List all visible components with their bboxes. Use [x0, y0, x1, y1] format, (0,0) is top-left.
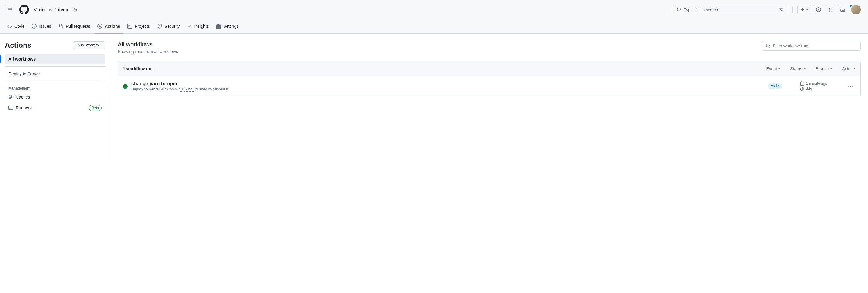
tab-settings[interactable]: Settings — [214, 19, 241, 34]
hamburger-menu[interactable] — [5, 5, 14, 14]
repo-link[interactable]: demo — [58, 7, 69, 12]
sidebar-item-label: Caches — [16, 95, 30, 100]
caret-down-icon — [806, 9, 809, 10]
run-count: 1 workflow run — [123, 66, 153, 71]
tab-pull-requests[interactable]: Pull requests — [56, 19, 93, 34]
tab-label: Issues — [39, 24, 51, 29]
tab-code[interactable]: Code — [5, 19, 27, 34]
divider — [5, 66, 105, 67]
filter-event[interactable]: Event — [766, 66, 780, 71]
run-time: 1 minute ago — [806, 81, 827, 85]
tab-projects[interactable]: Projects — [125, 19, 152, 34]
filter-branch[interactable]: Branch — [815, 66, 832, 71]
graph-icon — [187, 24, 192, 29]
project-icon — [127, 24, 132, 29]
play-icon — [97, 24, 102, 29]
commit-prefix: Commit — [166, 87, 181, 91]
beta-badge: Beta — [89, 105, 102, 111]
code-icon — [7, 24, 12, 29]
tab-label: Projects — [134, 24, 150, 29]
search-key-hint: / — [695, 7, 699, 12]
shield-icon — [157, 24, 162, 29]
tab-label: Security — [164, 24, 180, 29]
stopwatch-icon — [800, 87, 804, 91]
breadcrumb-separator: / — [54, 7, 56, 12]
workflow-name: Deploy to Server — [131, 87, 160, 91]
filter-actor[interactable]: Actor — [842, 66, 856, 71]
search-prefix-text: Type — [684, 7, 693, 12]
run-duration: 44s — [806, 87, 812, 91]
divider — [5, 81, 105, 81]
filter-input-field[interactable] — [773, 43, 857, 48]
server-icon — [8, 106, 13, 110]
caret-down-icon — [778, 68, 780, 69]
workflow-run-row[interactable]: change yarn to npm Deploy to Server #1: … — [118, 76, 861, 96]
lock-icon — [73, 7, 77, 12]
caret-down-icon — [830, 68, 832, 69]
github-logo[interactable] — [19, 5, 29, 14]
run-title[interactable]: change yarn to npm — [131, 81, 750, 86]
owner-link[interactable]: Vincenius — [34, 7, 52, 12]
command-palette-icon — [779, 7, 783, 12]
search-icon — [766, 43, 771, 48]
avatar-image — [851, 5, 861, 14]
tab-label: Insights — [194, 24, 209, 29]
plus-icon — [800, 7, 805, 12]
notifications-button[interactable] — [838, 5, 847, 14]
page-title: All workflows — [118, 41, 178, 48]
new-workflow-button[interactable]: New workflow — [73, 41, 105, 49]
sidebar-title: Actions — [5, 41, 31, 49]
calendar-icon — [800, 81, 804, 85]
tab-security[interactable]: Security — [155, 19, 182, 34]
search-input[interactable]: Type / to search — [673, 5, 787, 14]
search-suffix-text: to search — [702, 7, 718, 12]
sidebar-section-management: Management — [5, 84, 105, 91]
tab-issues[interactable]: Issues — [29, 19, 54, 34]
gear-icon — [216, 24, 221, 29]
sidebar-item-workflow[interactable]: Deploy to Server — [5, 69, 105, 79]
run-subtitle: Deploy to Server #1: Commit 0850cc5 push… — [131, 87, 750, 91]
breadcrumb: Vincenius / demo — [34, 7, 77, 12]
pull-request-icon — [59, 24, 63, 29]
user-avatar[interactable] — [851, 5, 861, 14]
pull-requests-button[interactable] — [826, 5, 835, 14]
sidebar-item-label: All workflows — [8, 57, 36, 62]
cache-icon — [8, 95, 13, 100]
filter-status[interactable]: Status — [790, 66, 806, 71]
filter-workflow-runs-input[interactable] — [762, 41, 861, 51]
tab-label: Code — [14, 24, 25, 29]
issue-icon — [816, 7, 821, 12]
inbox-icon — [840, 7, 845, 12]
search-icon — [677, 7, 681, 12]
create-new-button[interactable] — [797, 5, 811, 14]
caret-down-icon — [803, 68, 806, 69]
branch-badge[interactable]: main — [768, 83, 782, 89]
sidebar-item-all-workflows[interactable]: All workflows — [5, 54, 105, 64]
tab-actions[interactable]: Actions — [95, 19, 123, 34]
issues-button[interactable] — [814, 5, 823, 14]
notification-dot — [849, 4, 852, 7]
sidebar-item-caches[interactable]: Caches — [5, 91, 105, 103]
kebab-icon — [848, 84, 853, 88]
tab-label: Pull requests — [66, 24, 90, 29]
pushed-by: pushed by Vincenius — [194, 87, 229, 91]
issue-icon — [32, 24, 36, 29]
sidebar-item-label: Deploy to Server — [8, 71, 40, 76]
run-actions-menu[interactable] — [846, 84, 856, 88]
tab-label: Settings — [223, 24, 239, 29]
page-subtitle: Showing runs from all workflows — [118, 49, 178, 54]
success-icon — [123, 84, 128, 89]
tab-insights[interactable]: Insights — [184, 19, 211, 34]
tab-label: Actions — [105, 24, 120, 29]
sidebar-item-label: Runners — [16, 106, 32, 110]
run-number: #1: — [160, 87, 166, 91]
sidebar-item-runners[interactable]: Runners Beta — [5, 103, 105, 113]
caret-down-icon — [853, 68, 856, 69]
commit-sha[interactable]: 0850cc5 — [181, 87, 194, 91]
pull-request-icon — [828, 7, 833, 12]
header-divider — [792, 7, 793, 13]
